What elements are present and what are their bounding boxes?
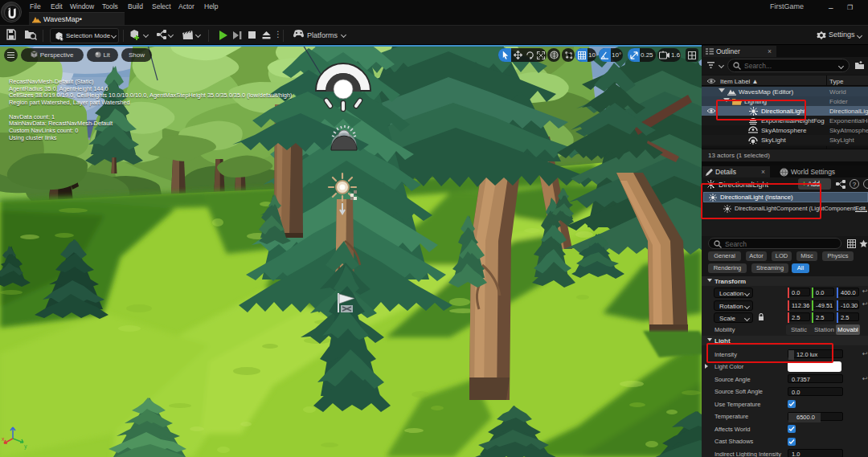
- svg-text:x: x: [2, 436, 5, 442]
- svg-text:y: y: [24, 443, 27, 450]
